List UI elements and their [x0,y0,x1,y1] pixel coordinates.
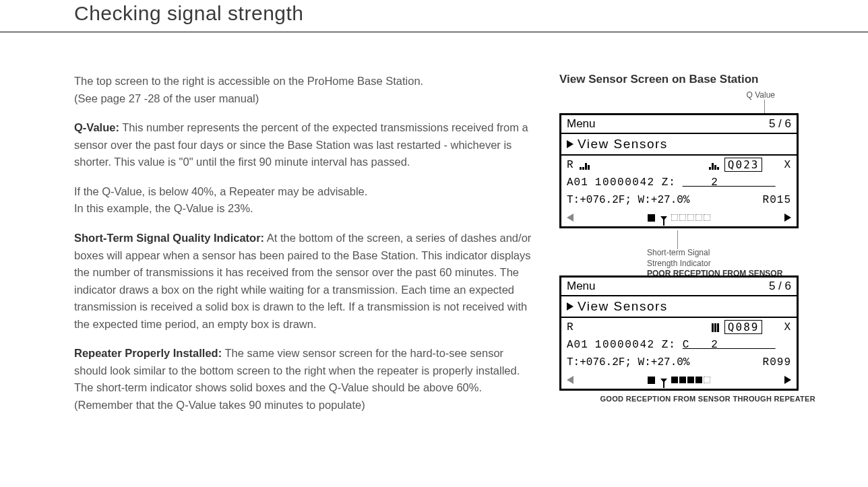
intro-line-1: The top screen to the right is accessibl… [74,73,539,90]
intro-line-2: (See page 27 -28 of the user manual) [74,90,539,108]
qvalue-heading: Q-Value: [74,121,119,133]
shortterm-body: At the bottom of the screen, a series of… [74,232,531,330]
lcd-temp-humidity: T:+076.2F; W:+27.0% [567,356,689,368]
lcd-x-label: X [784,321,791,333]
lcd-z-value: C _ 2 _ _ _ _ [683,339,776,351]
qvalue-threshold: If the Q-Value, is below 40%, a Repeater… [74,183,539,201]
right-arrow-icon [784,214,791,222]
qvalue-body: This number represents the percent of th… [74,121,528,168]
page-title: Checking signal strength [0,0,868,27]
q-value-box: Q023 [724,158,763,172]
lcd-address: A01 [567,339,588,351]
short-term-indicator [671,214,710,221]
lcd-z-label: Z: [662,176,676,189]
play-icon [567,140,574,148]
shortterm-para: Short-Term Signal Quality Indicator: At … [74,230,539,333]
lcd-x-label: X [784,159,791,171]
signal-bars-icon [709,160,719,170]
shortterm-heading: Short-Term Signal Quality Indicator: [74,232,264,244]
short-term-callout: Short-term Signal Strength Indicator POO… [647,248,782,280]
q-value-callout: Q Value [747,90,775,100]
callout-line-2: Strength Indicator [647,259,711,268]
repeater-heading: Repeater Properly Installed: [74,347,222,359]
lcd-r-label: R [567,159,574,171]
lcd-serial: 10000042 [595,176,655,189]
qvalue-para: Q-Value: This number represents the perc… [74,119,539,171]
callout-line-1: Short-term Signal [647,248,710,257]
left-arrow-icon [567,376,574,384]
lcd-screen-poor: Menu 5 / 6 View Sensors R Q023 X A01 100… [559,113,799,228]
q-value-box: Q089 [724,320,763,334]
callout-line [677,230,678,249]
body-text: The top screen to the right is accessibl… [74,73,539,426]
lcd-menu-label: Menu [567,117,596,131]
play-icon [567,302,574,311]
left-arrow-icon [567,214,574,222]
lcd-page-indicator: 5 / 6 [769,280,791,293]
lcd-view-sensors-label: View Sensors [578,299,668,314]
signal-bars-icon [580,160,590,170]
good-reception-caption: GOOD RECEPTION FROM SENSOR THROUGH REPEA… [559,395,815,403]
lcd-temp-humidity: T:+076.2F; W:+27.0% [567,194,689,206]
lcd-r-value: R015 [763,194,791,206]
lcd-address: A01 [567,176,588,189]
filled-box-icon [648,214,655,222]
short-term-indicator [671,377,710,383]
lcd-z-value: _ _ 2 _ _ _ _ [683,176,776,189]
lcd-z-label: Z: [662,339,676,351]
lcd-screen-good: Menu 5 / 6 View Sensors R Q089 X A01 [559,275,799,391]
right-arrow-icon [784,376,791,384]
lcd-serial: 10000042 [595,339,655,351]
lcd-menu-label: Menu [567,280,596,293]
lcd-r-value: R099 [763,356,791,368]
filled-box-icon [648,377,655,384]
lcd-r-label: R [567,321,574,333]
lcd-page-indicator: 5 / 6 [769,117,791,131]
figure-title: View Sensor Screen on Base Station [559,73,842,86]
qvalue-example: In this example, the Q-Value is 23%. [74,200,539,218]
signal-bars-icon [712,323,719,332]
repeater-para: Repeater Properly Installed: The same vi… [74,345,539,414]
lcd-view-sensors-label: View Sensors [578,137,668,152]
